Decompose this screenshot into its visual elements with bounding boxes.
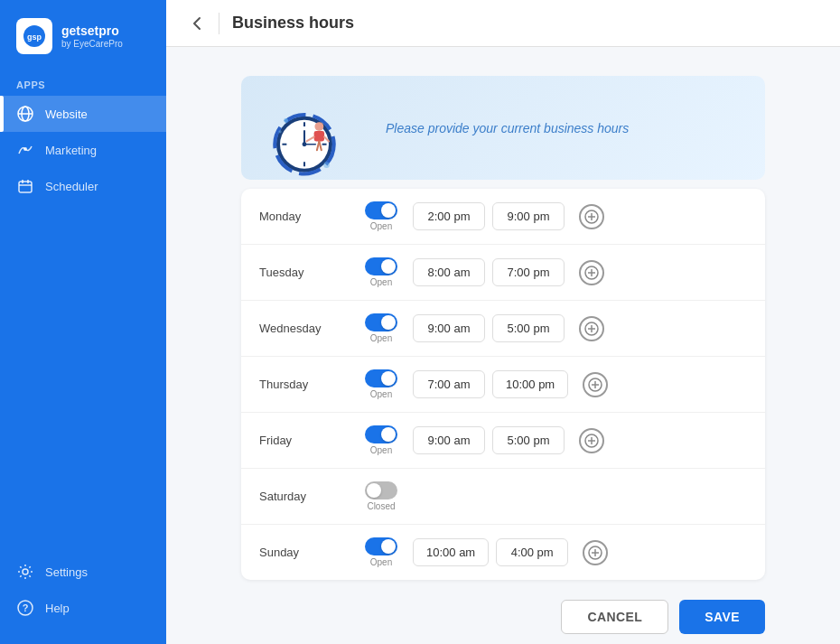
end-time[interactable]: 7:00 pm bbox=[492, 258, 565, 286]
sidebar-item-help-label: Help bbox=[45, 602, 70, 615]
logo-area: gsp getsetpro by EyeCarePro bbox=[0, 0, 166, 72]
cancel-button[interactable]: CANCEL bbox=[561, 600, 668, 634]
sidebar-item-website-label: Website bbox=[45, 107, 88, 121]
add-hours-button[interactable] bbox=[583, 372, 608, 397]
logo-sub: by EyeCarePro bbox=[61, 39, 123, 49]
sidebar-item-website[interactable]: Website bbox=[0, 96, 166, 132]
day-name: Wednesday bbox=[259, 322, 350, 335]
toggle-label: Open bbox=[370, 221, 392, 231]
svg-point-10 bbox=[23, 569, 28, 574]
toggle-label: Open bbox=[370, 557, 392, 567]
day-name: Thursday bbox=[259, 378, 350, 391]
content-area: Please provide your current business hou… bbox=[166, 47, 840, 644]
day-name: Monday bbox=[259, 210, 350, 223]
day-toggle[interactable] bbox=[365, 313, 397, 331]
page-title: Business hours bbox=[232, 14, 354, 33]
toggle-col: Open bbox=[350, 313, 413, 343]
scheduler-icon bbox=[16, 177, 34, 195]
end-time[interactable]: 10:00 pm bbox=[492, 370, 568, 398]
day-name: Friday bbox=[259, 434, 350, 447]
start-time[interactable]: 8:00 am bbox=[413, 258, 485, 286]
topbar-divider bbox=[219, 13, 219, 34]
svg-point-31 bbox=[323, 162, 330, 168]
help-icon: ? bbox=[16, 599, 34, 617]
day-toggle[interactable] bbox=[365, 369, 397, 387]
toggle-label: Open bbox=[370, 389, 392, 399]
svg-point-21 bbox=[303, 142, 307, 146]
banner: Please provide your current business hou… bbox=[241, 76, 765, 180]
toggle-label: Open bbox=[370, 445, 392, 455]
sidebar-item-marketing-label: Marketing bbox=[45, 144, 97, 157]
svg-rect-6 bbox=[19, 182, 32, 192]
add-hours-button[interactable] bbox=[583, 540, 608, 565]
toggle-col: Closed bbox=[350, 481, 413, 511]
banner-illustration bbox=[241, 76, 368, 180]
time-fields: 7:00 am10:00 pm bbox=[413, 370, 747, 398]
start-time[interactable]: 9:00 am bbox=[413, 426, 485, 454]
time-fields: 10:00 am4:00 pm bbox=[413, 538, 747, 566]
hours-row: SaturdayClosed bbox=[241, 469, 765, 525]
toggle-col: Open bbox=[350, 537, 413, 567]
svg-text:gsp: gsp bbox=[27, 33, 42, 42]
hours-row: MondayOpen2:00 pm9:00 pm bbox=[241, 189, 765, 245]
svg-point-30 bbox=[278, 130, 281, 133]
toggle-label: Closed bbox=[367, 501, 395, 511]
settings-icon bbox=[16, 563, 34, 581]
add-hours-button[interactable] bbox=[579, 260, 604, 285]
svg-point-23 bbox=[314, 122, 323, 131]
svg-rect-24 bbox=[314, 131, 324, 141]
hours-row: SundayOpen10:00 am4:00 pm bbox=[241, 525, 765, 580]
add-hours-button[interactable] bbox=[579, 316, 604, 341]
sidebar-item-marketing[interactable]: Marketing bbox=[0, 132, 166, 168]
day-name: Tuesday bbox=[259, 266, 350, 279]
toggle-label: Open bbox=[370, 277, 392, 287]
marketing-icon bbox=[16, 141, 34, 159]
website-icon bbox=[16, 105, 34, 123]
sidebar-item-help[interactable]: ? Help bbox=[0, 590, 166, 626]
toggle-col: Open bbox=[350, 257, 413, 287]
start-time[interactable]: 2:00 pm bbox=[413, 202, 485, 230]
end-time[interactable]: 4:00 pm bbox=[496, 538, 568, 566]
toggle-col: Open bbox=[350, 369, 413, 399]
hours-row: ThursdayOpen7:00 am10:00 pm bbox=[241, 357, 765, 413]
time-fields: 9:00 am5:00 pm bbox=[413, 426, 747, 454]
start-time[interactable]: 7:00 am bbox=[413, 370, 485, 398]
toggle-label: Open bbox=[370, 333, 392, 343]
logo-icon: gsp bbox=[16, 18, 52, 54]
apps-label: APPS bbox=[0, 72, 166, 96]
sidebar-item-scheduler[interactable]: Scheduler bbox=[0, 168, 166, 204]
day-toggle[interactable] bbox=[365, 537, 397, 555]
sidebar-item-settings[interactable]: Settings bbox=[0, 554, 166, 590]
time-fields: 8:00 am7:00 pm bbox=[413, 258, 747, 286]
svg-point-5 bbox=[23, 147, 27, 151]
end-time[interactable]: 9:00 pm bbox=[492, 202, 565, 230]
day-name: Saturday bbox=[259, 490, 350, 503]
sidebar-item-scheduler-label: Scheduler bbox=[45, 180, 98, 193]
add-hours-button[interactable] bbox=[579, 428, 604, 453]
time-fields: 2:00 pm9:00 pm bbox=[413, 202, 747, 230]
start-time[interactable]: 9:00 am bbox=[413, 314, 485, 342]
back-button[interactable] bbox=[188, 14, 206, 33]
time-fields: 9:00 am5:00 pm bbox=[413, 314, 747, 342]
add-hours-button[interactable] bbox=[579, 204, 604, 229]
day-toggle[interactable] bbox=[365, 257, 397, 275]
banner-text: Please provide your current business hou… bbox=[368, 121, 765, 135]
hours-row: TuesdayOpen8:00 am7:00 pm bbox=[241, 245, 765, 301]
main-content: Business hours bbox=[166, 0, 840, 644]
save-button[interactable]: SAVE bbox=[679, 600, 765, 634]
day-toggle[interactable] bbox=[365, 201, 397, 219]
end-time[interactable]: 5:00 pm bbox=[492, 314, 565, 342]
start-time[interactable]: 10:00 am bbox=[413, 538, 489, 566]
day-toggle[interactable] bbox=[365, 481, 397, 499]
svg-point-29 bbox=[284, 118, 288, 123]
sidebar-item-settings-label: Settings bbox=[45, 565, 88, 579]
end-time[interactable]: 5:00 pm bbox=[492, 426, 565, 454]
svg-text:?: ? bbox=[23, 602, 29, 613]
day-toggle[interactable] bbox=[365, 425, 397, 443]
actions-row: CANCEL SAVE bbox=[241, 600, 765, 634]
toggle-col: Open bbox=[350, 201, 413, 231]
sidebar: gsp getsetpro by EyeCarePro APPS Website… bbox=[0, 0, 166, 644]
sidebar-bottom: Settings ? Help bbox=[0, 554, 166, 644]
toggle-col: Open bbox=[350, 425, 413, 455]
hours-table: MondayOpen2:00 pm9:00 pmTuesdayOpen8:00 … bbox=[241, 189, 765, 580]
